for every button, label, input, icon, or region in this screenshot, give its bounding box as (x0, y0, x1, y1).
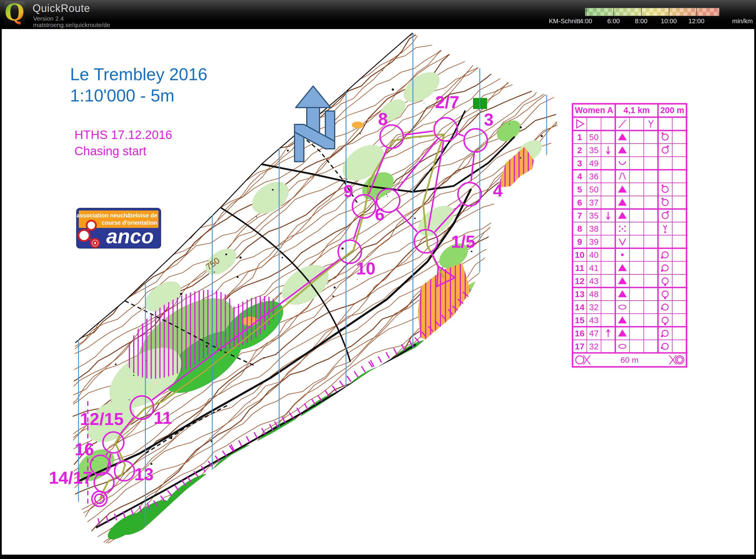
control-label: 1/5 (451, 232, 475, 251)
control-label: 6 (375, 205, 384, 224)
control-code: 35 (589, 211, 598, 220)
pace-tick-label: 6:00 (607, 18, 620, 25)
control-code: 39 (589, 237, 598, 246)
control-code: 49 (589, 159, 598, 168)
document-canvas[interactable]: 82/734961/5101112/15161314/17750 Le Trem… (2, 29, 754, 555)
control-label: 13 (134, 465, 154, 484)
club-logo: association neuchâteloise de course d'or… (76, 208, 161, 249)
control-label: 16 (75, 440, 94, 459)
pace-tick (586, 8, 586, 16)
control-number: 9 (577, 237, 582, 246)
control-number: 4 (577, 172, 582, 181)
control-number: 16 (575, 329, 584, 338)
control-number: 2 (577, 146, 582, 155)
control-code: 38 (589, 224, 598, 233)
course-name: Women A (575, 106, 613, 115)
control-number: 13 (575, 289, 584, 299)
pace-tick (696, 8, 697, 16)
control-code: 37 (589, 198, 598, 207)
control-number: 17 (575, 341, 584, 351)
control-number: 6 (577, 198, 582, 207)
app-version: Version 2.4 (33, 15, 64, 22)
event-caption: HTHS 17.12.2016 Chasing start (74, 127, 172, 159)
control-code: 41 (589, 263, 598, 273)
control-code: 50 (589, 185, 598, 194)
control-label: 3 (484, 110, 493, 129)
club-logo-name: anco (106, 225, 154, 248)
control-label: 4 (493, 181, 503, 200)
control-label: 12/15 (80, 409, 124, 429)
map-title: Le Trembley 2016 1:10'000 - 5m (70, 64, 207, 106)
finish-distance: 60 m (621, 356, 639, 364)
event-line2: Chasing start (74, 143, 172, 159)
quickroute-q-icon: Q (4, 1, 25, 28)
control-code: 32 (589, 303, 598, 312)
pace-tick-label: 10:00 (661, 18, 676, 25)
control-code: 50 (589, 133, 598, 142)
course-length: 4,1 km (623, 106, 650, 115)
control-number: 12 (575, 276, 584, 286)
pace-tick (614, 8, 614, 16)
svg-text:Q: Q (5, 1, 24, 26)
control-number: 3 (577, 158, 582, 168)
pace-tick-label: 8:00 (635, 18, 648, 25)
control-code: 48 (589, 290, 598, 299)
control-code: 40 (589, 250, 598, 260)
control-label: 8 (378, 109, 387, 129)
pace-scale-label: KM-Schnitt (549, 18, 580, 25)
north-arrow-icon (288, 84, 340, 169)
control-number: 1 (577, 132, 582, 142)
control-code: 47 (589, 329, 598, 338)
app-url: matstroeng.se/quickroute/de (33, 22, 110, 28)
control-label: 2/7 (435, 92, 459, 112)
control-description-card: Women A4,1 km200 m1502353494365506377358… (572, 103, 688, 368)
pace-tick-label: 4:00 (580, 18, 592, 25)
club-logo-line1: association neuchâteloise de (76, 212, 157, 219)
control-number: 11 (575, 263, 584, 273)
map-title-line1: Le Trembley 2016 (70, 64, 207, 85)
control-number: 14 (575, 302, 585, 312)
control-number: 8 (577, 224, 582, 233)
app-header: Q QuickRoute Version 2.4 matstroeng.se/q… (0, 0, 756, 29)
quickroute-logo: Q (4, 1, 25, 28)
pace-tick (669, 8, 669, 16)
control-number: 7 (577, 211, 582, 220)
control-label: 11 (154, 408, 172, 428)
pace-tick (641, 8, 642, 16)
control-number: 15 (575, 315, 584, 325)
control-code: 36 (589, 172, 598, 181)
control-label: 9 (343, 181, 353, 201)
control-code: 43 (589, 316, 598, 325)
control-code: 35 (589, 146, 598, 155)
course-climb: 200 m (660, 106, 684, 115)
control-number: 5 (577, 185, 582, 194)
control-code: 32 (589, 342, 598, 351)
control-label: 10 (356, 259, 376, 278)
map-title-line2: 1:10'000 - 5m (70, 85, 207, 106)
event-line1: HTHS 17.12.2016 (74, 127, 172, 143)
pace-scale-unit: min/km (732, 18, 753, 25)
pace-gradient-bar[interactable] (585, 8, 719, 16)
control-number: 10 (575, 250, 584, 260)
app-title: QuickRoute (32, 2, 90, 15)
pace-tick-label: 12:00 (688, 18, 704, 25)
control-code: 43 (589, 276, 598, 286)
control-label: 14/17 (49, 468, 92, 488)
